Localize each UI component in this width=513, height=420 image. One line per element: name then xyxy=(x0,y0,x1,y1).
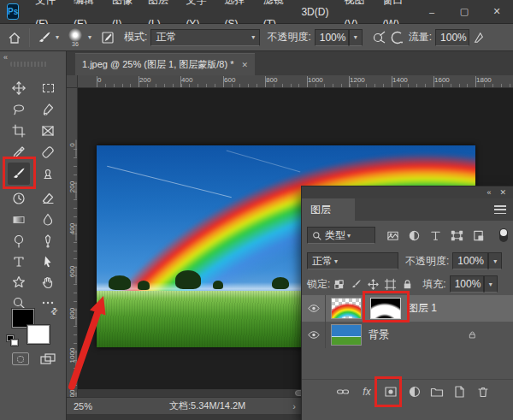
lock-image-pixels-icon[interactable] xyxy=(347,275,364,293)
filter-smart-objects-icon[interactable] xyxy=(469,227,486,244)
background-thumbnail[interactable] xyxy=(331,324,362,346)
zoom-level-field[interactable]: 25% xyxy=(74,401,118,411)
chevron-down-icon: ▾ xyxy=(489,281,492,288)
tree xyxy=(213,281,223,289)
quick-mask-mode-button[interactable] xyxy=(12,352,29,365)
pressure-opacity-icon[interactable] xyxy=(369,27,388,48)
minimize-button[interactable]: – xyxy=(416,0,448,23)
filter-type-layers-icon[interactable] xyxy=(427,227,444,244)
frame-tool[interactable] xyxy=(37,121,59,140)
layer-name[interactable]: 图层 1 xyxy=(408,301,437,316)
quick-selection-tool[interactable] xyxy=(37,100,59,119)
toggle-brush-panel-icon[interactable] xyxy=(98,27,117,48)
chevron-down-icon[interactable]: ▾ xyxy=(56,33,59,41)
crop-tool[interactable] xyxy=(8,121,30,140)
blend-mode-row: 正常 ▾ 不透明度: 100% ▾ xyxy=(302,251,513,270)
eyedropper-tool[interactable] xyxy=(8,143,30,162)
ruler-mark: 800 xyxy=(266,76,277,84)
background-lock-icon[interactable] xyxy=(463,327,481,344)
filter-type-select[interactable]: 类型 ▾ xyxy=(307,227,375,244)
clone-stamp-tool[interactable] xyxy=(37,164,59,183)
ruler-mark: 600 xyxy=(224,76,235,84)
add-layer-mask-icon[interactable] xyxy=(380,382,401,401)
lock-artboard-icon[interactable] xyxy=(381,275,398,293)
status-options-chevron-icon[interactable]: › xyxy=(292,401,296,411)
collapse-panel-icon[interactable]: « xyxy=(3,53,8,62)
filter-shape-layers-icon[interactable] xyxy=(448,227,465,244)
mode-select[interactable]: 正常 ▾ xyxy=(150,29,260,46)
maximize-button[interactable]: ▢ xyxy=(448,0,481,23)
panel-opacity-dropdown[interactable]: ▾ xyxy=(488,252,502,269)
filter-adjustment-layers-icon[interactable] xyxy=(405,227,422,244)
path-selection-tool[interactable] xyxy=(37,252,59,271)
chevron-down-icon[interactable]: ▾ xyxy=(88,33,91,41)
lock-position-icon[interactable] xyxy=(364,275,381,293)
screen-mode-button[interactable] xyxy=(39,352,56,365)
brush-tool[interactable] xyxy=(8,163,30,185)
new-group-icon[interactable] xyxy=(427,382,447,401)
layer1-thumbnail[interactable] xyxy=(331,298,362,319)
layers-tab[interactable]: 图层 xyxy=(302,198,355,221)
layer1-mask-thumbnail[interactable] xyxy=(370,298,401,319)
lock-transparent-pixels-icon[interactable] xyxy=(330,275,347,293)
document-tab[interactable]: 1.jpeg @ 25% (图层 1, 图层蒙版/8) * ✕ xyxy=(75,53,255,75)
layer-name[interactable]: 背景 xyxy=(369,328,389,342)
tree xyxy=(175,270,201,289)
background-color-swatch[interactable] xyxy=(27,325,50,344)
collapse-panel-icon[interactable]: « xyxy=(486,188,491,197)
type-tool[interactable] xyxy=(8,252,30,271)
blur-tool[interactable] xyxy=(37,210,59,229)
panel-header: « ✕ xyxy=(302,186,513,198)
vertical-ruler[interactable]: 0 200 400 600 800 1000 1200 xyxy=(67,88,78,397)
close-panel-icon[interactable]: ✕ xyxy=(499,188,506,197)
custom-shape-tool[interactable] xyxy=(8,273,30,292)
visibility-cell[interactable] xyxy=(302,295,326,322)
hand-tool[interactable] xyxy=(37,273,59,292)
close-button[interactable]: ✕ xyxy=(481,0,513,23)
chevron-down-icon: ▾ xyxy=(334,257,338,265)
eraser-tool[interactable] xyxy=(37,189,59,208)
history-brush-tool[interactable] xyxy=(8,189,30,208)
layer-style-fx-icon[interactable]: fx xyxy=(357,382,377,401)
panel-opacity-input[interactable]: 100% xyxy=(452,252,488,269)
panel-menu-icon[interactable] xyxy=(494,205,506,214)
dodge-tool[interactable] xyxy=(8,232,30,251)
layer-row-layer1[interactable]: 图层 1 xyxy=(302,295,513,322)
gradient-tool[interactable] xyxy=(8,210,30,229)
panel-grip[interactable] xyxy=(10,62,48,67)
new-layer-icon[interactable] xyxy=(449,382,469,401)
blend-mode-select[interactable]: 正常 ▾ xyxy=(307,252,398,269)
lock-all-icon[interactable] xyxy=(398,275,416,293)
lock-label: 锁定: xyxy=(307,277,330,292)
move-tool[interactable] xyxy=(8,79,30,98)
horizontal-ruler[interactable]: 0 200 400 600 800 1000 1200 1400 1600 18… xyxy=(78,75,513,88)
brush-tool-preset-icon[interactable] xyxy=(35,27,54,48)
lasso-tool[interactable] xyxy=(8,100,30,119)
rectangular-marquee-tool[interactable] xyxy=(37,79,59,98)
document-tab-title: 1.jpeg @ 25% (图层 1, 图层蒙版/8) * xyxy=(82,58,233,71)
spot-healing-brush-tool[interactable] xyxy=(37,143,59,162)
flow-input[interactable]: 100% xyxy=(435,29,469,46)
pressure-size-icon[interactable] xyxy=(469,27,488,48)
airbrush-icon[interactable] xyxy=(388,27,407,48)
default-colors-icon-bg[interactable] xyxy=(11,340,18,346)
opacity-input[interactable]: 100% xyxy=(315,29,349,46)
tab-close-icon[interactable]: ✕ xyxy=(241,61,248,69)
opacity-dropdown-button[interactable]: ▾ xyxy=(349,29,363,46)
fill-dropdown[interactable]: ▾ xyxy=(484,275,498,293)
mode-label: 模式: xyxy=(124,30,147,44)
home-icon[interactable] xyxy=(5,27,24,48)
fill-input[interactable]: 100% xyxy=(450,275,484,293)
delete-layer-icon[interactable] xyxy=(473,382,493,401)
pen-tool[interactable] xyxy=(37,232,59,251)
ruler-mark: 400 xyxy=(68,221,76,238)
brush-size-preview[interactable]: 36 xyxy=(64,28,86,47)
layer-row-background[interactable]: 背景 xyxy=(302,322,513,348)
divider xyxy=(29,28,30,47)
visibility-cell[interactable] xyxy=(302,322,326,348)
new-adjustment-layer-icon[interactable] xyxy=(404,382,425,401)
layer-filter-toggle[interactable] xyxy=(499,228,508,242)
link-layers-icon[interactable] xyxy=(333,382,353,401)
filter-pixel-layers-icon[interactable] xyxy=(384,227,401,244)
menu-3d[interactable]: 3D(D) xyxy=(293,0,336,24)
